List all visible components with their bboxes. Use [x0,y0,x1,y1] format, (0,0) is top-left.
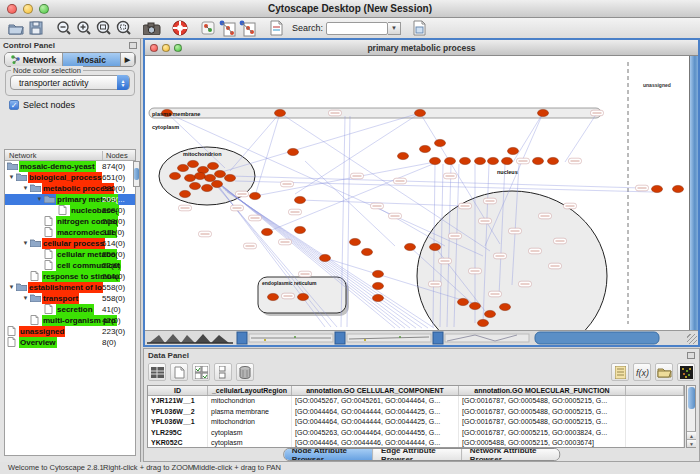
network-node[interactable] [500,303,511,310]
network-node[interactable] [533,157,544,164]
network-node[interactable] [212,180,223,187]
table-row[interactable]: YPL036W__1mitochondrion[GO:0044464, GO:0… [148,417,684,428]
expander-icon[interactable]: ▼ [21,238,30,249]
network-node[interactable] [548,157,559,164]
tree-row[interactable]: nucleobase-209(0) [5,205,135,216]
network-node[interactable] [178,164,189,171]
network-node[interactable] [268,293,279,300]
create-network-view-icon[interactable] [218,19,238,37]
network-node[interactable] [295,226,306,233]
network-node[interactable] [415,109,426,116]
network-node[interactable] [398,152,409,159]
network-node[interactable] [320,254,331,261]
network-node[interactable] [295,196,306,203]
import-network-icon[interactable] [266,19,286,37]
data-panel-float-icon[interactable] [687,352,695,359]
search-input[interactable] [326,22,388,35]
network-node[interactable] [475,157,486,164]
network-node[interactable] [275,109,286,116]
tree-row[interactable]: mosaic-demo-yeast874(0) [5,161,135,172]
destroy-network-icon[interactable] [198,19,218,37]
zoom-fit-icon[interactable] [94,19,114,37]
network-node[interactable] [188,160,199,167]
tree-row[interactable]: ▼metabolic process280(0) [5,183,135,194]
network-node[interactable] [205,174,216,181]
table-row[interactable]: YKR052Ccytoplasm[GO:0044464, GO:0044446,… [148,438,684,448]
network-node[interactable] [673,185,684,192]
network-node[interactable] [478,319,489,326]
tree-row[interactable]: cellular metabo209(0) [5,249,135,260]
network-node[interactable] [195,172,206,179]
network-node[interactable] [190,182,201,189]
network-node[interactable] [445,157,456,164]
expander-icon[interactable]: ▼ [21,293,30,304]
network-node[interactable] [488,157,499,164]
expander-icon[interactable]: ▼ [35,194,44,205]
network-vertical-scrollbar[interactable] [689,56,698,330]
formula-icon[interactable]: f(x) [633,363,651,381]
unselect-attributes-icon[interactable] [214,363,232,381]
tree-row[interactable]: ▼transport558(0) [5,293,135,304]
attribute-table[interactable]: ID_cellularLayoutRegionannotation.GO CEL… [147,385,685,448]
tree-row[interactable]: nitrogen compo209(0) [5,216,135,227]
tree-row[interactable]: Overview8(0) [5,337,135,348]
network-node[interactable] [430,243,441,250]
network-node[interactable] [460,157,471,164]
tree-row[interactable]: response to stimulu264(0) [5,271,135,282]
network-horizontal-scrollbar[interactable] [145,330,698,345]
table-column-header[interactable]: annotation.GO MOLECULAR_FUNCTION [459,386,626,395]
snapshot-icon[interactable] [142,19,162,37]
expander-icon[interactable]: ▼ [7,172,16,183]
tree-scrollbar[interactable] [133,161,140,187]
table-row[interactable]: YPL036W__2plasma membrane[GO:0044464, GO… [148,407,684,418]
tabs-overflow-arrow-icon[interactable]: ▶ [121,53,135,66]
tree-row[interactable]: ▼primary metabo209(... [5,194,135,205]
select-attributes-icon[interactable] [192,363,210,381]
scroll-up-icon[interactable]: ▲ [687,431,696,439]
tree-row[interactable]: unassigned223(0) [5,326,135,337]
network-node[interactable] [373,270,384,277]
network-node[interactable] [538,109,549,116]
tree-row[interactable]: ▼cellular process614(0) [5,238,135,249]
search-dropdown-icon[interactable]: ▼ [388,22,401,35]
tree-row[interactable]: macromolecule311(0) [5,227,135,238]
save-icon[interactable] [26,19,46,37]
import-attributes-icon[interactable] [655,363,673,381]
network-node[interactable] [225,174,236,181]
network-node[interactable] [250,192,261,199]
network-node[interactable] [288,148,299,155]
attribute-table-icon[interactable] [148,363,166,381]
tree-row[interactable]: ▼biological_process651(0) [5,172,135,183]
open-file-icon[interactable] [6,19,26,37]
network-canvas[interactable]: plasma membranecytoplasmmitochondrionnuc… [145,56,689,330]
network-node[interactable] [185,174,196,181]
network-node[interactable] [170,172,181,179]
network-node[interactable] [373,282,384,289]
network-node[interactable] [508,147,519,154]
network-node[interactable] [180,190,191,197]
new-attribute-icon[interactable] [170,363,188,381]
float-panel-icon[interactable] [129,42,137,49]
network-node[interactable] [502,157,513,164]
table-scrollbar[interactable]: ▲ ▼ [686,385,696,448]
network-node[interactable] [208,162,219,169]
network-window-titlebar[interactable]: primary metabolic process [145,40,698,56]
node-color-dropdown[interactable]: transporter activity ▲▼ [10,75,130,90]
tree-row[interactable]: ▼establishment of lo558(0) [5,282,135,293]
network-node[interactable] [430,157,441,164]
matrix-icon[interactable] [677,363,695,381]
expander-icon[interactable]: ▼ [7,282,16,293]
notepad-icon[interactable] [611,363,629,381]
select-nodes-checkbox[interactable]: ✓ [9,100,19,110]
tab-mosaic[interactable]: Mosaic [63,53,121,66]
tree-row[interactable]: multi-organism pro42(0) [5,315,135,326]
expander-icon[interactable]: ▼ [21,183,30,194]
help-icon[interactable] [170,19,190,37]
network-node[interactable] [485,310,496,317]
network-node[interactable] [470,302,481,309]
network-node[interactable] [262,228,273,235]
destroy-view-icon[interactable] [238,19,258,37]
annotation-icon[interactable] [409,19,429,37]
table-column-header[interactable]: _cellularLayoutRegion [208,386,292,395]
network-node[interactable] [458,298,469,305]
